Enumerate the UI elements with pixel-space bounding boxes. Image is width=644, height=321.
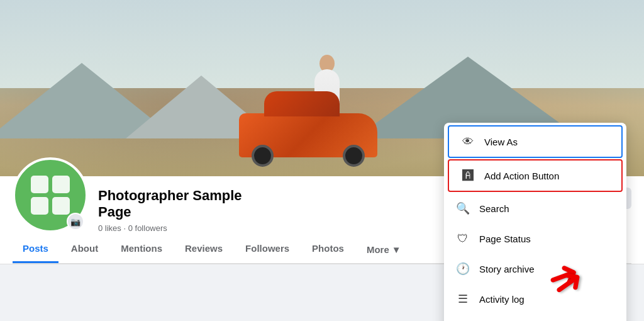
view-as-label: View As: [484, 137, 518, 147]
search-icon: 🔍: [454, 200, 472, 217]
page-status-label: Page Status: [479, 234, 531, 244]
grid-cell-1: [31, 176, 48, 193]
tab-followers-label: Followers: [245, 243, 289, 254]
page-name-line2: Page: [98, 204, 131, 220]
add-action-button-label: Add Action Button: [484, 171, 559, 181]
profile-name-section: Photographer Sample Page 0 likes · 0 fol…: [98, 183, 457, 233]
activity-log-label: Activity log: [479, 294, 525, 305]
tab-about-label: About: [71, 243, 98, 254]
tab-photos-label: Photos: [312, 243, 344, 254]
tab-posts-label: Posts: [23, 243, 48, 254]
dropdown-item-story-archive[interactable]: 🕐Story archive: [444, 254, 626, 284]
dropdown-item-search[interactable]: 🔍Search: [444, 193, 626, 223]
view-as-icon: 👁: [459, 133, 477, 150]
tab-mentions[interactable]: Mentions: [111, 235, 172, 263]
chevron-down-icon: ▼: [392, 244, 401, 255]
tab-mentions-label: Mentions: [121, 243, 162, 254]
car-body: [239, 113, 377, 157]
grid-cell-3: [31, 197, 48, 215]
tab-more[interactable]: More ▼: [357, 237, 411, 262]
dropdown-menu: 👁View As🅰Add Action Button🔍Search🛡Page S…: [444, 123, 626, 321]
tab-about[interactable]: About: [61, 235, 108, 263]
tab-more-label: More: [367, 244, 389, 255]
avatar-wrapper: 📷: [13, 157, 88, 233]
dropdown-item-view-as[interactable]: 👁View As: [448, 125, 623, 158]
tab-photos[interactable]: Photos: [302, 235, 354, 263]
page-stats: 0 likes · 0 followers: [98, 223, 457, 233]
tab-followers[interactable]: Followers: [235, 235, 299, 263]
search-label: Search: [479, 203, 509, 214]
car-shape: [239, 113, 377, 157]
dropdown-item-activity-log[interactable]: ☰Activity log: [444, 284, 626, 314]
page-status-icon: 🛡: [454, 230, 472, 247]
story-archive-icon: 🕐: [454, 260, 472, 278]
grid-cell-4: [52, 197, 70, 215]
car-wheel-left: [252, 145, 274, 167]
red-arrow-annotation: ➜ ➜: [547, 253, 594, 297]
page-name-line1: Photographer Sample: [98, 188, 242, 203]
grid-cell-2: [52, 176, 70, 193]
tab-reviews[interactable]: Reviews: [175, 235, 233, 263]
tab-reviews-label: Reviews: [185, 243, 223, 254]
car-roof: [264, 91, 340, 116]
add-action-button-icon: 🅰: [459, 167, 477, 184]
dropdown-item-page-tagging-settings[interactable]: ⚙Page and tagging settings: [444, 314, 626, 321]
dropdown-item-add-action-button[interactable]: 🅰Add Action Button: [448, 159, 623, 192]
car-wheel-right: [343, 145, 365, 167]
page-name: Photographer Sample Page: [98, 188, 457, 221]
camera-badge[interactable]: 📷: [67, 213, 84, 230]
story-archive-label: Story archive: [479, 264, 535, 274]
tab-posts[interactable]: Posts: [13, 235, 58, 263]
dropdown-item-page-status[interactable]: 🛡Page Status: [444, 223, 626, 254]
activity-log-icon: ☰: [454, 290, 472, 308]
